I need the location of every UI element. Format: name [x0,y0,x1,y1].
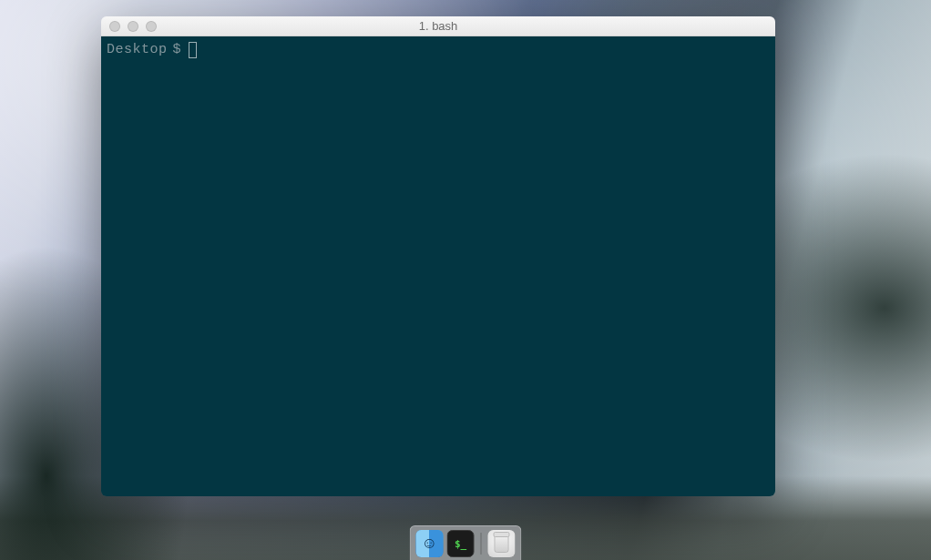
dock: ☺ $_ [410,525,522,560]
close-button[interactable] [109,21,120,32]
dock-item-trash[interactable] [488,530,516,557]
traffic-lights [101,21,157,32]
prompt-symbol: $ [173,41,181,59]
dock-item-finder[interactable]: ☺ [416,530,444,557]
dock-item-terminal[interactable]: $_ [447,530,475,557]
window-title-bar[interactable]: 1. bash [101,16,775,36]
finder-icon: ☺ [416,530,444,557]
prompt-cwd: Desktop [107,41,168,59]
trash-icon [495,535,509,553]
zoom-button[interactable] [146,21,157,32]
terminal-icon: $_ [455,538,466,550]
terminal-window: 1. bash Desktop $ [101,16,775,496]
cursor-icon [189,42,197,58]
dock-divider [481,533,482,555]
prompt-line: Desktop $ [107,41,770,59]
terminal-body[interactable]: Desktop $ [101,36,775,496]
minimize-button[interactable] [128,21,138,32]
window-title: 1. bash [101,19,775,33]
